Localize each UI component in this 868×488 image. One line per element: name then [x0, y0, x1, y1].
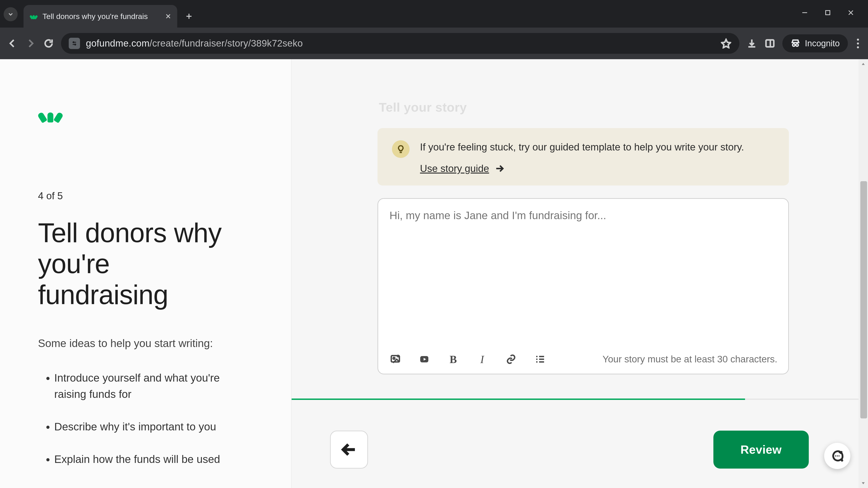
nav-back-button[interactable]	[7, 38, 18, 49]
wizard-progress	[291, 398, 859, 400]
italic-button[interactable]: I	[476, 353, 489, 365]
story-textarea[interactable]	[378, 199, 788, 345]
window-close-icon[interactable]	[847, 9, 855, 16]
tip-text: If you're feeling stuck, try our guided …	[420, 139, 744, 155]
bullet-list-button[interactable]	[534, 353, 546, 365]
svg-point-27	[536, 356, 537, 357]
arrow-left-icon	[340, 441, 358, 458]
site-info-icon[interactable]	[69, 38, 80, 49]
downloads-icon[interactable]	[746, 38, 757, 49]
review-button[interactable]: Review	[713, 431, 809, 468]
ideas-subhead: Some ideas to help you start writing:	[38, 337, 264, 350]
min-characters-hint: Your story must be at least 30 character…	[602, 354, 778, 365]
new-tab-button[interactable]	[182, 9, 196, 23]
tab-close-icon[interactable]	[165, 13, 171, 20]
svg-point-36	[838, 455, 839, 456]
insert-video-button[interactable]	[418, 353, 431, 365]
svg-marker-37	[862, 63, 865, 65]
svg-marker-38	[862, 482, 865, 484]
insert-image-button[interactable]	[389, 353, 402, 365]
story-editor: B I Your story must be at least 30 chara…	[377, 198, 789, 375]
step-indicator: 4 of 5	[38, 190, 264, 201]
svg-point-22	[393, 357, 395, 359]
nav-forward-button	[25, 38, 36, 49]
incognito-indicator[interactable]: Incognito	[782, 34, 848, 53]
incognito-label: Incognito	[805, 39, 840, 48]
section-ghost-title: Tell your story	[379, 100, 789, 115]
vertical-scrollbar[interactable]	[859, 59, 868, 488]
svg-point-28	[536, 359, 537, 360]
incognito-icon	[790, 38, 800, 48]
arrow-right-icon	[495, 164, 504, 173]
svg-point-18	[796, 44, 798, 46]
favicon-icon	[29, 12, 38, 21]
browser-menu-button[interactable]	[855, 36, 861, 51]
editor-pane: Tell your story If you're feeling stuck,…	[291, 59, 868, 488]
browser-tab[interactable]: Tell donors why you're fundrais	[24, 5, 177, 28]
idea-item: Describe why it's important to you	[54, 419, 232, 435]
side-panel-icon[interactable]	[764, 38, 776, 49]
window-maximize-icon[interactable]	[824, 9, 831, 16]
nav-reload-button[interactable]	[43, 38, 54, 49]
tab-search-button[interactable]	[4, 7, 18, 21]
use-story-guide-link[interactable]: Use story guide	[420, 163, 504, 174]
ideas-list: Introduce yourself and what you're raisi…	[38, 370, 232, 467]
page-title: Tell donors why you're fundraising	[38, 217, 246, 310]
chat-icon	[830, 449, 844, 463]
wizard-back-button[interactable]	[330, 431, 368, 468]
instructions-pane: 4 of 5 Tell donors why you're fundraisin…	[0, 59, 291, 488]
address-bar[interactable]: gofundme.com/create/fundraiser/story/389…	[61, 33, 739, 54]
svg-point-29	[536, 361, 537, 363]
story-guide-tip: If you're feeling stuck, try our guided …	[377, 128, 789, 186]
idea-item: Introduce yourself and what you're raisi…	[54, 370, 232, 402]
wizard-progress-bar	[291, 398, 745, 400]
svg-point-35	[837, 455, 838, 456]
bookmark-star-icon[interactable]	[720, 38, 732, 49]
idea-item: Explain how the funds will be used	[54, 451, 232, 467]
url-text: gofundme.com/create/fundraiser/story/389…	[86, 38, 303, 49]
gofundme-logo-icon	[38, 107, 63, 123]
svg-rect-5	[826, 11, 830, 15]
tab-title: Tell donors why you're fundrais	[42, 12, 160, 21]
bold-button[interactable]: B	[447, 353, 460, 365]
svg-point-17	[793, 44, 795, 46]
help-chat-button[interactable]	[824, 443, 850, 469]
window-minimize-icon[interactable]	[801, 9, 808, 16]
lightbulb-icon	[392, 140, 410, 158]
insert-link-button[interactable]	[505, 353, 518, 365]
scrollbar-thumb[interactable]	[860, 181, 867, 418]
svg-point-34	[835, 455, 836, 456]
svg-marker-12	[722, 39, 730, 48]
